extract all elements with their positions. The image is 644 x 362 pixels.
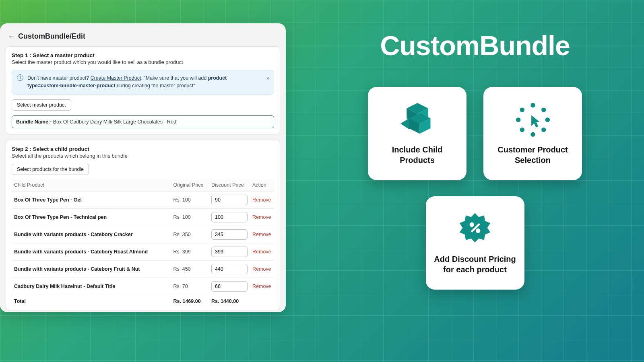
- child-product-name: Cadbury Dairy Milk Hazelnut - Default Ti…: [12, 278, 171, 295]
- step1-card: Step 1 : Select a master product Select …: [6, 46, 280, 134]
- promo-tile-row-2: Add Discount Pricing for each product: [426, 196, 524, 290]
- child-products-table: Child Product Original Price Discount Pr…: [12, 179, 274, 307]
- original-price: Rs. 100: [171, 191, 209, 208]
- svg-point-14: [520, 107, 524, 112]
- original-price: Rs. 350: [171, 226, 209, 243]
- discount-price-input[interactable]: [211, 212, 248, 222]
- tile-label: Add Discount Pricing for each product: [432, 254, 518, 275]
- create-master-product-link[interactable]: Create Master Product: [91, 75, 141, 81]
- original-price: Rs. 399: [171, 243, 209, 260]
- close-icon[interactable]: ×: [266, 74, 270, 83]
- remove-link[interactable]: Remove: [252, 266, 271, 272]
- svg-point-8: [541, 107, 546, 112]
- total-label: Total: [12, 295, 171, 307]
- original-price: Rs. 100: [171, 208, 209, 226]
- select-master-product-button[interactable]: Select master product: [12, 99, 71, 111]
- table-row: Box Of Three Type Pen - GelRs. 100Remove: [12, 191, 274, 208]
- child-product-name: Bundle with variants products - Catebory…: [12, 226, 171, 243]
- tile-include-child-products: Include Child Products: [368, 87, 466, 180]
- svg-point-9: [545, 117, 549, 122]
- discount-price-input[interactable]: [211, 264, 248, 274]
- tile-label: Include Child Products: [374, 144, 460, 165]
- admin-window: ← CustomBundle/Edit Step 1 : Select a ma…: [0, 23, 286, 312]
- discount-price-input[interactable]: [211, 195, 248, 205]
- step1-title: Step 1 : Select a master product: [12, 52, 274, 58]
- back-arrow-icon[interactable]: ←: [8, 33, 15, 41]
- banner-text-mid: . "Make sure that you will add: [141, 75, 208, 81]
- remove-link[interactable]: Remove: [252, 197, 271, 203]
- step2-card: Step 2 : Select a child product Select a…: [6, 140, 280, 310]
- bundle-name-value: Box Of Cadbury Dairy Milk Silk Large Cho…: [53, 119, 176, 125]
- remove-link[interactable]: Remove: [252, 214, 271, 220]
- tile-label: Customer Product Selection: [490, 144, 576, 165]
- svg-point-11: [530, 132, 535, 137]
- child-product-name: Box Of Three Type Pen - Gel: [12, 191, 171, 208]
- bundle-name-label: Bundle Name:-: [16, 119, 53, 125]
- boxes-icon: [398, 102, 437, 137]
- step1-desc: Select the master product which you woul…: [12, 59, 274, 65]
- svg-point-13: [516, 117, 520, 122]
- table-row: Cadbury Dairy Milk Hazelnut - Default Ti…: [12, 278, 274, 295]
- total-original: Rs. 1469.00: [171, 295, 209, 307]
- info-banner: i Don't have master product? Create Mast…: [12, 70, 274, 95]
- discount-badge-icon: [456, 211, 494, 247]
- remove-link[interactable]: Remove: [252, 249, 271, 255]
- table-row: Box Of Three Type Pen - Technical penRs.…: [12, 208, 274, 226]
- svg-point-16: [476, 228, 480, 233]
- bundle-name-field[interactable]: Bundle Name:- Box Of Cadbury Dairy Milk …: [12, 115, 274, 128]
- step2-desc: Select all the products which belong in …: [12, 153, 274, 159]
- table-row: Bundle with variants products - Catebory…: [12, 243, 274, 260]
- promo-panel: CustomBundle: [306, 0, 644, 362]
- remove-link[interactable]: Remove: [252, 232, 271, 237]
- breadcrumb: CustomBundle/Edit: [18, 32, 85, 41]
- table-row: Bundle with variants products - Catebory…: [12, 226, 274, 243]
- table-row: Bundle with variants products - Catebory…: [12, 260, 274, 278]
- total-discount: Rs. 1440.00: [209, 295, 250, 307]
- svg-point-7: [530, 103, 535, 107]
- tile-customer-product-selection: Customer Product Selection: [483, 87, 582, 180]
- banner-text-suffix: during creating the master product": [115, 83, 195, 88]
- discount-price-input[interactable]: [211, 229, 248, 240]
- remove-link[interactable]: Remove: [252, 284, 271, 289]
- discount-price-input[interactable]: [211, 281, 248, 292]
- th-original-price: Original Price: [171, 179, 209, 191]
- svg-point-15: [470, 222, 474, 227]
- original-price: Rs. 450: [171, 260, 209, 278]
- child-product-name: Box Of Three Type Pen - Technical pen: [12, 208, 171, 226]
- svg-point-12: [520, 128, 524, 132]
- info-icon: i: [17, 74, 23, 81]
- step2-title: Step 2 : Select a child product: [12, 146, 274, 152]
- th-action: Action: [250, 179, 274, 191]
- th-discount-price: Discount Price: [209, 179, 250, 191]
- banner-text-prefix: Don't have master product?: [27, 75, 91, 81]
- svg-point-10: [541, 128, 546, 132]
- promo-title: CustomBundle: [380, 30, 570, 61]
- tile-discount-pricing: Add Discount Pricing for each product: [426, 196, 524, 290]
- child-product-name: Bundle with variants products - Catebory…: [12, 243, 171, 260]
- promo-tile-row-1: Include Child Products: [368, 87, 582, 180]
- th-child-product: Child Product: [12, 179, 171, 191]
- selection-icon: [514, 102, 552, 137]
- discount-price-input[interactable]: [211, 247, 248, 257]
- original-price: Rs. 70: [171, 278, 209, 295]
- child-product-name: Bundle with variants products - Catebory…: [12, 260, 171, 278]
- breadcrumb-row: ← CustomBundle/Edit: [6, 32, 280, 46]
- table-total-row: TotalRs. 1469.00Rs. 1440.00: [12, 295, 274, 307]
- select-child-products-button[interactable]: Select products for the bundle: [12, 164, 89, 175]
